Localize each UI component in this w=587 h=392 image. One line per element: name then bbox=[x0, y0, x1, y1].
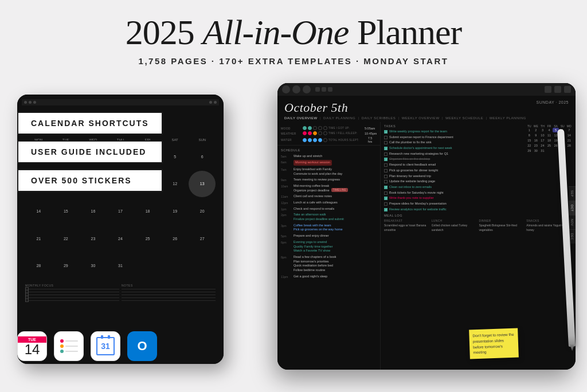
task-checkbox[interactable]: ✓ bbox=[384, 186, 388, 189]
mood-circle[interactable] bbox=[318, 126, 322, 130]
mini-cal-cell[interactable]: 28 bbox=[566, 143, 572, 148]
task-checkbox[interactable]: ✓ bbox=[384, 158, 388, 161]
weather-circle[interactable] bbox=[313, 131, 317, 135]
cal-cell[interactable]: 17 bbox=[107, 198, 134, 225]
reminders-app-icon[interactable] bbox=[54, 331, 84, 361]
lunch-col: LUNCH Grilled chicken salad Turkey sandw… bbox=[432, 219, 478, 232]
cal-cell[interactable]: 31 bbox=[107, 252, 134, 279]
cal-cell[interactable]: 30 bbox=[80, 252, 107, 279]
mini-cal-cell[interactable]: 10 bbox=[539, 133, 546, 138]
weather-circles[interactable] bbox=[303, 131, 327, 135]
mini-cal-cell[interactable]: 8 bbox=[526, 133, 533, 138]
mini-cal-cell[interactable]: 17 bbox=[539, 138, 546, 143]
mini-cal-cell[interactable]: 24 bbox=[539, 143, 546, 148]
tab-daily-overview[interactable]: DAILY OVERVIEW bbox=[284, 116, 318, 120]
cal-cell[interactable]: 24 bbox=[107, 225, 134, 252]
cal-cell[interactable]: 6 bbox=[189, 143, 216, 170]
cal-cell[interactable]: 23 bbox=[80, 225, 107, 252]
cal-cell[interactable]: 26 bbox=[162, 225, 189, 252]
task-checkbox[interactable] bbox=[384, 136, 388, 139]
toolbar-icon[interactable] bbox=[564, 86, 571, 93]
mini-cal-cell[interactable]: 18 bbox=[546, 138, 553, 143]
tab-weekly-overview[interactable]: WEEKLY OVERVIEW bbox=[402, 116, 440, 120]
water-circle[interactable] bbox=[323, 138, 327, 142]
mini-cal-cell[interactable]: 11 bbox=[546, 133, 553, 138]
cal-cell[interactable]: 29 bbox=[53, 252, 80, 279]
cal-cell[interactable]: 20 bbox=[189, 198, 216, 225]
outlook-app-icon[interactable]: O bbox=[127, 331, 157, 361]
mini-cal-cell[interactable]: 21 bbox=[566, 138, 572, 143]
toolbar-dot bbox=[292, 85, 300, 93]
weather-circle[interactable] bbox=[308, 131, 312, 135]
tab-daily-planning[interactable]: DAILY PLANNING bbox=[323, 116, 355, 120]
focus-checkbox[interactable] bbox=[25, 299, 29, 302]
tab-weekly-planning[interactable]: WEEKLY PLANNING bbox=[490, 116, 526, 120]
water-circle[interactable] bbox=[313, 138, 317, 142]
mini-cal-cell[interactable]: 31 bbox=[539, 148, 546, 153]
toolbar-icon[interactable] bbox=[545, 86, 551, 93]
cal-cell[interactable]: 28 bbox=[25, 252, 52, 279]
task-checkbox[interactable]: ✓ bbox=[384, 147, 388, 150]
task-checkbox[interactable] bbox=[384, 180, 388, 183]
mood-circles[interactable] bbox=[303, 126, 327, 130]
task-checkbox[interactable] bbox=[384, 141, 388, 144]
mini-cal-cell[interactable]: 7 bbox=[566, 128, 572, 132]
mood-circle[interactable] bbox=[313, 126, 317, 130]
water-circles[interactable] bbox=[303, 138, 327, 142]
task-checkbox[interactable] bbox=[384, 191, 388, 195]
cal-cell[interactable]: 14 bbox=[25, 198, 52, 225]
task-checkbox[interactable]: ✓ bbox=[384, 130, 388, 134]
task-checkbox[interactable]: ✓ bbox=[384, 197, 388, 200]
cal-cell[interactable]: 21 bbox=[25, 225, 52, 252]
task-text: Pick up groceries for dinner tonight bbox=[389, 168, 438, 173]
mini-cal-cell[interactable]: 23 bbox=[533, 143, 539, 148]
task-checkbox[interactable] bbox=[384, 169, 388, 173]
water-circle[interactable] bbox=[318, 138, 322, 142]
cal-cell[interactable]: 15 bbox=[53, 198, 80, 225]
side-month-sep[interactable]: SEP bbox=[569, 186, 576, 201]
water-circle[interactable] bbox=[308, 138, 312, 142]
cal-cell[interactable]: 18 bbox=[134, 198, 161, 225]
mini-cal-cell[interactable]: 16 bbox=[533, 138, 539, 143]
side-month-oct[interactable]: OCT bbox=[569, 201, 576, 215]
mini-cal-cell[interactable]: 29 bbox=[526, 148, 533, 153]
mini-cal-cell[interactable]: 25 bbox=[546, 143, 553, 148]
weather-circle[interactable] bbox=[318, 131, 322, 135]
mini-cal-cell[interactable]: 30 bbox=[533, 148, 539, 153]
task-item: Call the plumber to fix the sink bbox=[384, 140, 526, 145]
mini-cal-cell[interactable]: 22 bbox=[526, 143, 533, 148]
mini-cal-cell[interactable]: 1 bbox=[526, 128, 533, 132]
side-month-nov[interactable]: NOV bbox=[569, 215, 576, 229]
weather-circle[interactable] bbox=[303, 131, 307, 135]
cal-cell-today[interactable]: 13 bbox=[189, 171, 216, 198]
mini-cal-cell[interactable]: 2 bbox=[533, 128, 539, 132]
mini-cal-cell[interactable]: 3 bbox=[539, 128, 546, 132]
mini-cal-cell[interactable]: 9 bbox=[533, 133, 539, 138]
task-checkbox[interactable] bbox=[384, 163, 388, 167]
weather-circle[interactable] bbox=[323, 131, 327, 135]
task-checkbox[interactable]: ✓ bbox=[384, 208, 388, 211]
mood-circle[interactable] bbox=[323, 126, 327, 130]
calendar-app-icon[interactable]: TUE 14 bbox=[17, 331, 47, 361]
tab-daily-scribbles[interactable]: DAILY SCRIBBLES bbox=[362, 116, 396, 120]
mood-circle[interactable] bbox=[303, 126, 307, 130]
cal-cell[interactable]: 25 bbox=[134, 225, 161, 252]
mini-calendar: TU WE TH FR SA SU MO 1 2 3 4 bbox=[526, 124, 572, 153]
task-checkbox[interactable] bbox=[384, 175, 388, 178]
google-calendar-icon[interactable]: 31 bbox=[91, 331, 120, 361]
toolbar-icon[interactable] bbox=[554, 86, 561, 93]
cal-cell[interactable]: 27 bbox=[189, 225, 216, 252]
task-checkbox[interactable] bbox=[384, 202, 388, 206]
cal-cell[interactable]: 16 bbox=[80, 198, 107, 225]
mini-cal-cell[interactable]: 4 bbox=[546, 128, 553, 132]
water-circle[interactable] bbox=[303, 138, 307, 142]
cal-cell[interactable]: 12 bbox=[162, 171, 189, 198]
task-checkbox[interactable] bbox=[384, 152, 388, 156]
cal-cell[interactable]: 22 bbox=[53, 225, 80, 252]
mini-cal-cell[interactable]: 15 bbox=[526, 138, 533, 143]
cal-cell[interactable]: 5 bbox=[162, 143, 189, 170]
cal-cell[interactable]: 19 bbox=[162, 198, 189, 225]
tab-weekly-schedule[interactable]: WEEKLY SCHEDULE bbox=[445, 116, 483, 120]
mini-cal-cell[interactable]: 14 bbox=[566, 133, 572, 138]
mood-circle[interactable] bbox=[308, 126, 312, 130]
